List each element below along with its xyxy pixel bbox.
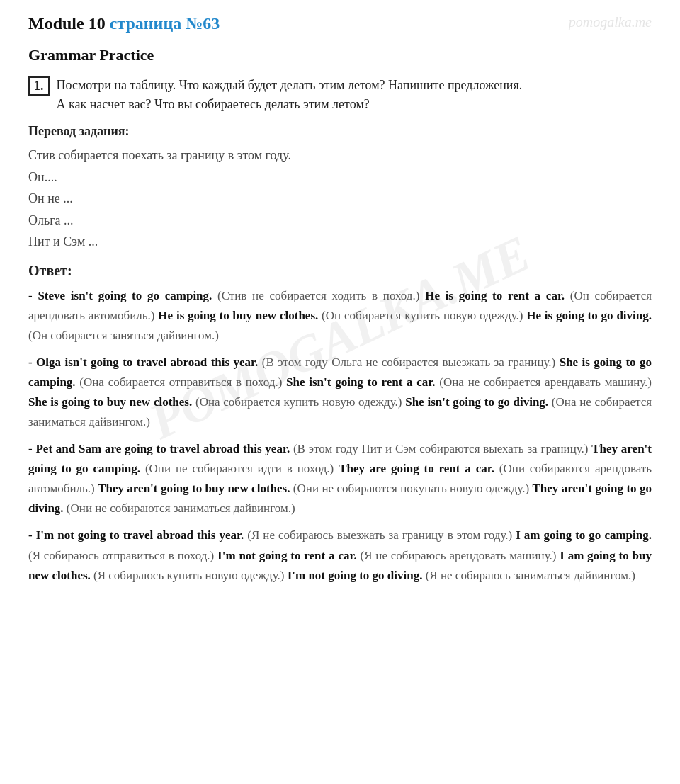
- module-title: Module 10 страница №63: [28, 14, 220, 33]
- answer-ru-text: (Она собирается купить новую одежду.): [192, 395, 405, 409]
- task-1-block: 1. Посмотри на таблицу. Что каждый будет…: [28, 76, 652, 114]
- answer-bold-text: I'm not going to rent a car.: [217, 549, 357, 562]
- module-text: Module 10: [28, 14, 106, 33]
- answer-block: - Steve isn't going to go camping. (Стив…: [28, 286, 652, 586]
- answer-bold-text: They are going to rent a car.: [339, 462, 494, 475]
- answer-ru-text: (Они не собираются заниматься дайвингом.…: [64, 501, 295, 515]
- task-1-line1: Посмотри на таблицу. Что каждый будет де…: [57, 78, 523, 92]
- answer-bold-text: He is going to rent a car.: [425, 289, 565, 302]
- answer-ru-text: (Он собирается заняться дайвингом.): [28, 329, 219, 342]
- translation-line-5: Пит и Сэм ...: [28, 231, 652, 253]
- task-1-text: Посмотри на таблицу. Что каждый будет де…: [57, 76, 523, 114]
- answer-ru-text: (Он собирается купить новую одежду.): [318, 309, 526, 322]
- answer-ru-text: (Она не собирается арендавать машину.): [436, 375, 652, 389]
- answer-bold-text: He is going to go diving.: [526, 309, 652, 322]
- task-1-row: 1. Посмотри на таблицу. Что каждый будет…: [28, 76, 652, 114]
- answer-paragraph-1: - Steve isn't going to go camping. (Стив…: [28, 286, 652, 346]
- task-1-line2: А как насчет вас? Что вы собираетесь дел…: [57, 97, 370, 111]
- answer-bold-text: I'm not going to go diving.: [288, 569, 423, 582]
- answer-paragraph-2: - Olga isn't going to travel abroad this…: [28, 353, 652, 432]
- answer-ru-text: (Стив не собирается ходить в поход.): [212, 289, 425, 302]
- translation-line-3: Он не ...: [28, 188, 652, 210]
- answer-ru-text: (Я не собираюсь выезжать за границу в эт…: [244, 528, 516, 542]
- answer-bold-text: - Pet and Sam are going to travel abroad…: [28, 442, 290, 455]
- answer-bold-text: They aren't going to buy new clothes.: [98, 482, 290, 495]
- answer-bold-text: She isn't going to rent a car.: [286, 375, 436, 389]
- translation-header: Перевод задания:: [28, 124, 652, 139]
- translation-lines: Стив собирается поехать за границу в это…: [28, 144, 652, 253]
- answer-ru-text: (Я собираюсь отправиться в поход.): [28, 549, 217, 562]
- answer-bold-text: She isn't going to go diving.: [405, 395, 548, 409]
- answer-bold-text: - Olga isn't going to travel abroad this…: [28, 356, 258, 369]
- answer-bold-text: - I'm not going to travel abroad this ye…: [28, 528, 244, 542]
- page-link[interactable]: страница №63: [110, 14, 220, 33]
- watermark-top: pomogalka.me: [569, 14, 652, 30]
- answer-ru-text: (Я собираюсь купить новую одежду.): [91, 569, 288, 582]
- answer-bold-text: She is going to buy new clothes.: [28, 395, 192, 409]
- answer-ru-text: (Я не собираюсь арендовать машину.): [357, 549, 560, 562]
- answer-paragraph-3: - Pet and Sam are going to travel abroad…: [28, 439, 652, 518]
- page-header: Module 10 страница №63 pomogalka.me: [28, 14, 652, 33]
- answer-ru-text: (В этом году Ольга не собирается выезжат…: [258, 356, 559, 369]
- answer-ru-text: (Они не собираются идти в поход.): [140, 462, 339, 475]
- answer-bold-text: I am going to go camping.: [516, 528, 652, 542]
- answer-ru-text: (Они не собираются покупать новую одежду…: [290, 482, 532, 495]
- task-1-number: 1.: [28, 76, 50, 96]
- answer-ru-text: (В этом году Пит и Сэм собираются выехат…: [290, 442, 591, 455]
- answer-header: Ответ:: [28, 263, 652, 279]
- answer-ru-text: (Она собирается отправиться в поход.): [76, 375, 286, 389]
- translation-line-1: Стив собирается поехать за границу в это…: [28, 144, 652, 166]
- section-title: Grammar Practice: [28, 46, 652, 64]
- answer-bold-text: He is going to buy new clothes.: [158, 309, 318, 322]
- answer-ru-text: (Я не собираюсь заниматься дайвингом.): [422, 569, 635, 582]
- translation-line-2: Он....: [28, 166, 652, 188]
- answer-paragraph-4: - I'm not going to travel abroad this ye…: [28, 525, 652, 585]
- answer-bold-text: - Steve isn't going to go camping.: [28, 289, 212, 302]
- translation-line-4: Ольга ...: [28, 210, 652, 232]
